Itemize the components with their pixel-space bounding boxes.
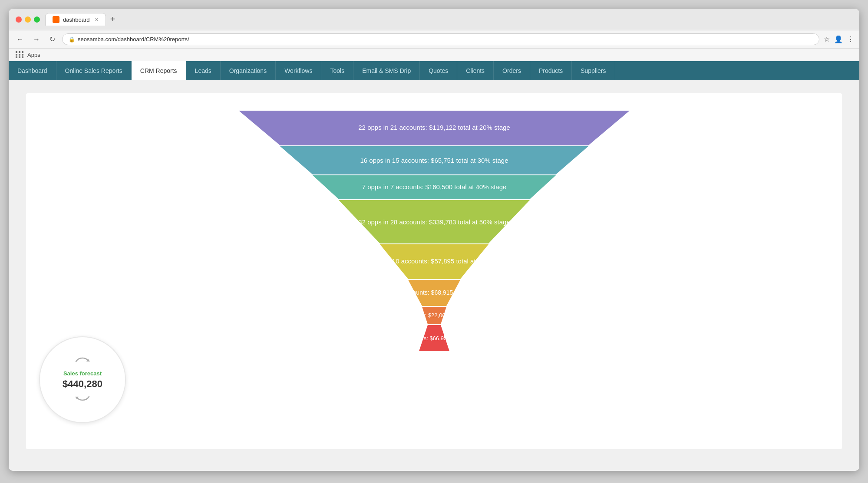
nav-item-online-sales-reports[interactable]: Online Sales Reports (56, 61, 132, 80)
funnel-label-30: 16 opps in 15 accounts: $65,751 total at… (360, 157, 508, 164)
tab-bar: dashboard × + (45, 13, 852, 26)
funnel-chart: 22 opps in 21 accounts: $119,122 total a… (228, 111, 640, 354)
main-navigation: DashboardOnline Sales ReportsCRM Reports… (9, 61, 859, 80)
nav-item-quotes[interactable]: Quotes (420, 61, 457, 80)
back-button[interactable]: ← (14, 35, 26, 44)
app-bar: Apps (9, 49, 859, 61)
address-bar[interactable]: 🔒 seosamba.com/dashboard/CRM%20reports/ (62, 33, 819, 45)
new-tab-button[interactable]: + (108, 14, 118, 24)
nav-item-leads[interactable]: Leads (186, 61, 221, 80)
refresh-icon-top (74, 356, 91, 368)
nav-item-workflows[interactable]: Workflows (276, 61, 321, 80)
forecast-value: $440,280 (63, 378, 102, 390)
tab-close-button[interactable]: × (95, 16, 98, 23)
bookmark-button[interactable]: ☆ (824, 35, 830, 43)
tab-favicon (53, 16, 59, 23)
nav-item-crm-reports[interactable]: CRM Reports (132, 61, 186, 80)
maximize-button[interactable] (34, 16, 40, 23)
apps-grid-icon[interactable] (16, 51, 24, 58)
browser-titlebar: dashboard × + (9, 9, 859, 30)
account-button[interactable]: 👤 (834, 35, 843, 43)
funnel-label-50: 32 opps in 28 accounts: $339,783 total a… (358, 218, 510, 226)
nav-item-dashboard[interactable]: Dashboard (9, 61, 56, 80)
funnel-label-60: 12 opps in 10 accounts: $57,895 total at… (360, 257, 508, 265)
nav-item-organizations[interactable]: Organizations (221, 61, 276, 80)
menu-button[interactable]: ⋮ (847, 35, 854, 43)
forward-button[interactable]: → (30, 35, 43, 44)
forecast-label: Sales forecast (63, 370, 102, 377)
funnel-svg: 22 opps in 21 accounts: $119,122 total a… (228, 111, 640, 354)
nav-item-email-sms-drip[interactable]: Email & SMS Drip (353, 61, 420, 80)
funnel-label-70: 10 opps in 10 accounts: $68,915 total at… (365, 289, 503, 296)
refresh-icon-bottom (74, 391, 91, 404)
minimize-button[interactable] (25, 16, 31, 23)
reload-button[interactable]: ↻ (47, 34, 58, 44)
funnel-label-40: 7 opps in 7 accounts: $160,500 total at … (362, 183, 506, 191)
funnel-label-90: 11 opps in 6 accounts: $66,958 total at … (371, 335, 496, 342)
nav-item-clients[interactable]: Clients (457, 61, 494, 80)
tab-title: dashboard (63, 16, 89, 23)
lock-icon: 🔒 (69, 36, 75, 43)
nav-item-orders[interactable]: Orders (494, 61, 530, 80)
sales-forecast-widget[interactable]: Sales forecast $440,280 (39, 336, 126, 423)
close-button[interactable] (16, 16, 22, 23)
url-text: seosamba.com/dashboard/CRM%20reports/ (78, 36, 813, 43)
content-card: 22 opps in 21 accounts: $119,122 total a… (26, 93, 842, 449)
browser-traffic-lights (16, 16, 40, 23)
nav-item-tools[interactable]: Tools (321, 61, 353, 80)
toolbar-icons: ☆ 👤 ⋮ (824, 35, 854, 43)
browser-toolbar: ← → ↻ 🔒 seosamba.com/dashboard/CRM%20rep… (9, 30, 859, 49)
active-tab[interactable]: dashboard × (45, 13, 106, 26)
funnel-label-20: 22 opps in 21 accounts: $119,122 total a… (358, 124, 510, 131)
nav-item-products[interactable]: Products (530, 61, 572, 80)
main-content: 22 opps in 21 accounts: $119,122 total a… (9, 80, 859, 471)
browser-window: dashboard × + ← → ↻ 🔒 seosamba.com/dashb… (9, 9, 859, 471)
funnel-label-80: 2 opps in 2 accounts: $22,000 total at 8… (373, 312, 495, 319)
nav-item-suppliers[interactable]: Suppliers (572, 61, 615, 80)
apps-label: Apps (27, 52, 40, 58)
